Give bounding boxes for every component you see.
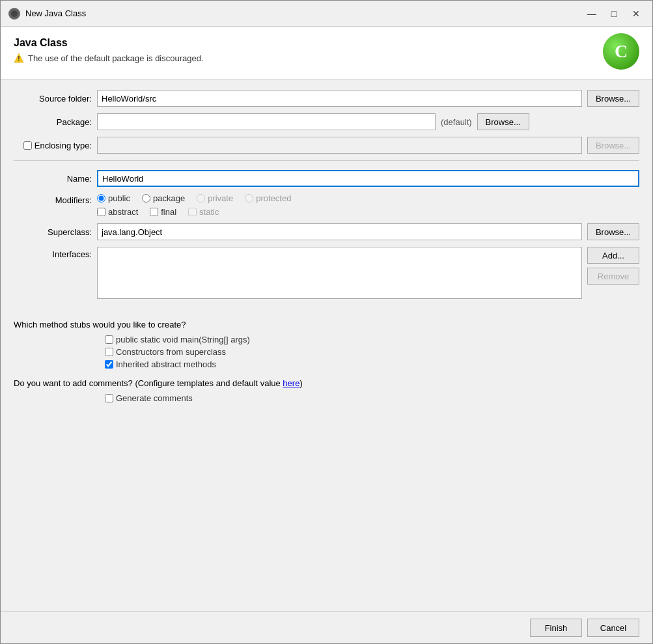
stub-main[interactable]: public static void main(String[] args) xyxy=(105,335,639,344)
enclosing-type-checkbox[interactable] xyxy=(23,141,32,150)
package-row: Package: (default) Browse... xyxy=(14,113,639,130)
superclass-browse-button[interactable]: Browse... xyxy=(587,223,639,240)
modifier-package[interactable]: package xyxy=(142,193,185,203)
comments-question-suffix: ) xyxy=(299,378,302,388)
modifiers-access-row: public package private protected xyxy=(97,193,639,203)
stub-main-label: public static void main(String[] args) xyxy=(116,335,250,344)
warning-message: ! The use of the default package is disc… xyxy=(14,53,204,63)
enclosing-type-browse-button: Browse... xyxy=(587,137,639,154)
modifier-final[interactable]: final xyxy=(150,207,176,217)
enclosing-type-row: Enclosing type: Browse... xyxy=(14,137,639,154)
title-bar: New Java Class — □ ✕ xyxy=(1,1,652,27)
comments-question: Do you want to add comments? (Configure … xyxy=(14,378,639,388)
add-interface-button[interactable]: Add... xyxy=(587,247,639,264)
stubs-section: Which method stubs would you like to cre… xyxy=(1,320,652,369)
modifier-package-label: package xyxy=(153,193,185,203)
checkbox-inherited[interactable] xyxy=(105,360,113,369)
remove-interface-button[interactable]: Remove xyxy=(587,268,639,285)
svg-text:!: ! xyxy=(18,55,20,63)
main-window: New Java Class — □ ✕ Java Class ! The us… xyxy=(0,0,653,644)
form-section: Source folder: Browse... Package: (defau… xyxy=(1,79,652,320)
window-controls: — □ ✕ xyxy=(583,7,645,21)
stubs-question: Which method stubs would you like to cre… xyxy=(14,320,639,329)
finish-button[interactable]: Finish xyxy=(530,619,582,637)
comments-question-prefix: Do you want to add comments? (Configure … xyxy=(14,378,283,388)
modifier-abstract-label: abstract xyxy=(108,207,138,217)
modifier-protected[interactable]: protected xyxy=(245,193,291,203)
java-logo: C xyxy=(603,33,639,70)
radio-private[interactable] xyxy=(197,194,205,203)
radio-public[interactable] xyxy=(97,194,105,203)
warning-icon: ! xyxy=(14,53,24,63)
name-input[interactable] xyxy=(97,170,639,187)
radio-package[interactable] xyxy=(142,194,150,203)
checkbox-generate-comments[interactable] xyxy=(105,394,113,402)
package-label: Package: xyxy=(14,117,92,127)
modifier-abstract[interactable]: abstract xyxy=(97,207,138,217)
interfaces-buttons: Add... Remove xyxy=(587,247,639,285)
cancel-button[interactable]: Cancel xyxy=(587,619,639,637)
checkbox-constructors[interactable] xyxy=(105,348,113,356)
checkbox-final[interactable] xyxy=(150,208,158,216)
checkbox-main[interactable] xyxy=(105,335,113,344)
source-folder-input[interactable] xyxy=(97,90,582,107)
generate-comments-option[interactable]: Generate comments xyxy=(105,393,639,403)
modifiers-content: public package private protected xyxy=(97,193,639,217)
interfaces-textarea[interactable] xyxy=(97,247,582,299)
enclosing-type-input[interactable] xyxy=(97,137,582,154)
source-folder-row: Source folder: Browse... xyxy=(14,90,639,107)
superclass-label: Superclass: xyxy=(14,227,92,237)
package-input[interactable] xyxy=(97,113,436,130)
source-folder-browse-button[interactable]: Browse... xyxy=(587,90,639,107)
interfaces-label: Interfaces: xyxy=(14,247,92,259)
name-row: Name: xyxy=(14,170,639,187)
modifier-protected-label: protected xyxy=(256,193,291,203)
modifiers-other-row: abstract final static xyxy=(97,207,639,217)
comments-options: Generate comments xyxy=(14,393,639,403)
interfaces-row: Interfaces: Add... Remove xyxy=(14,247,639,299)
header-left: Java Class ! The use of the default pack… xyxy=(14,37,204,63)
modifier-static[interactable]: static xyxy=(188,207,219,217)
generate-comments-label: Generate comments xyxy=(116,393,193,403)
divider-1 xyxy=(14,160,639,161)
superclass-input[interactable] xyxy=(97,223,582,240)
modifier-final-label: final xyxy=(161,207,176,217)
stub-constructors-label: Constructors from superclass xyxy=(116,347,226,357)
maximize-button[interactable]: □ xyxy=(605,7,622,21)
modifier-static-label: static xyxy=(199,207,219,217)
stub-inherited-label: Inherited abstract methods xyxy=(116,359,216,369)
enclosing-type-label: Enclosing type: xyxy=(35,141,92,150)
name-label: Name: xyxy=(14,174,92,184)
package-browse-button[interactable]: Browse... xyxy=(477,113,529,130)
modifier-public[interactable]: public xyxy=(97,193,130,203)
app-icon xyxy=(8,8,20,20)
comments-section: Do you want to add comments? (Configure … xyxy=(1,378,652,403)
stubs-options: public static void main(String[] args) C… xyxy=(14,335,639,369)
superclass-row: Superclass: Browse... xyxy=(14,223,639,240)
close-button[interactable]: ✕ xyxy=(628,7,645,21)
checkbox-abstract[interactable] xyxy=(97,208,105,216)
modifier-private-label: private xyxy=(208,193,233,203)
modifier-private[interactable]: private xyxy=(197,193,233,203)
radio-protected[interactable] xyxy=(245,194,253,203)
modifiers-row: Modifiers: public package private xyxy=(14,193,639,217)
warning-text: The use of the default package is discou… xyxy=(28,53,204,63)
modifiers-label: Modifiers: xyxy=(14,193,92,205)
package-default-text: (default) xyxy=(441,117,472,127)
stub-constructors[interactable]: Constructors from superclass xyxy=(105,347,639,357)
stub-inherited[interactable]: Inherited abstract methods xyxy=(105,359,639,369)
checkbox-static[interactable] xyxy=(188,208,197,216)
bottom-buttons: Finish Cancel xyxy=(1,611,652,643)
comments-here-link[interactable]: here xyxy=(283,378,299,388)
source-folder-label: Source folder: xyxy=(14,94,92,104)
minimize-button[interactable]: — xyxy=(583,7,600,21)
header-section: Java Class ! The use of the default pack… xyxy=(1,27,652,79)
dialog-title: Java Class xyxy=(14,37,204,49)
modifier-public-label: public xyxy=(108,193,130,203)
window-title: New Java Class xyxy=(25,8,583,18)
